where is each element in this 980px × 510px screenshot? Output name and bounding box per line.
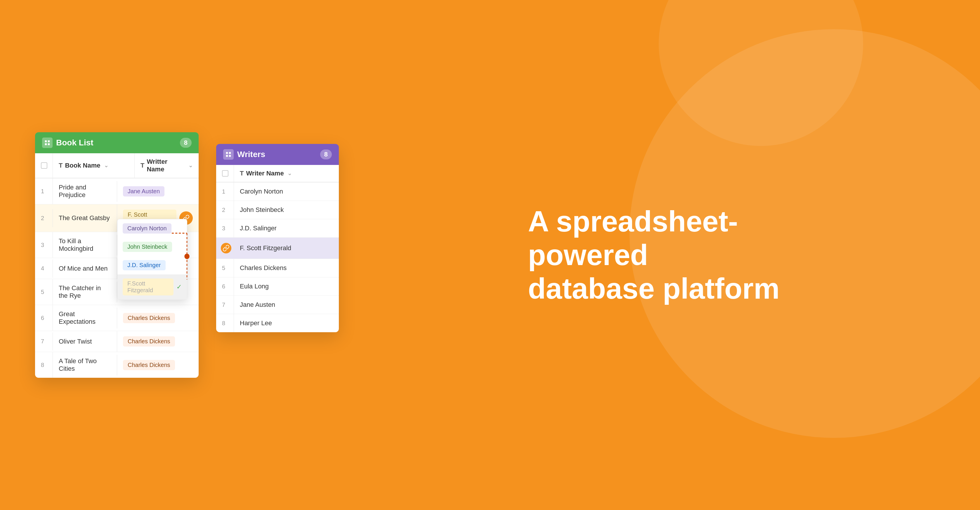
col-writer-name: T Writter Name ⌄ <box>134 153 199 178</box>
cell-book: Of Mice and Men <box>52 259 117 278</box>
selected-check-icon: ✓ <box>177 283 182 291</box>
writer-name-sort-icon[interactable]: ⌄ <box>188 162 193 169</box>
dropdown-item-salinger[interactable]: J.D. Salinger <box>118 256 187 275</box>
svg-rect-5 <box>229 152 231 154</box>
table-row: 7 Oliver Twist Charles Dickens <box>35 331 199 352</box>
row-num: 8 <box>35 356 52 374</box>
writer-name-label: Writter Name <box>146 158 185 173</box>
dropdown-item-carolyn[interactable]: Carolyn Norton <box>118 219 187 238</box>
writers-cell-fitzgerald: F. Scott Fitzgerald <box>234 239 339 257</box>
book-name-t-icon: T <box>59 162 62 169</box>
svg-rect-1 <box>48 140 50 142</box>
writers-row-num <box>216 238 234 259</box>
writer-col-sort-icon[interactable]: ⌄ <box>288 170 292 176</box>
row-num: 3 <box>35 237 52 254</box>
dropdown-tag: Carolyn Norton <box>123 223 172 234</box>
dropdown-tag: John Steinbeck <box>123 242 172 252</box>
writers-check-all[interactable] <box>216 165 234 182</box>
svg-rect-7 <box>229 155 231 157</box>
writers-checkbox-all[interactable] <box>222 170 228 176</box>
writer-col-label: Writer Name <box>246 170 284 177</box>
writer-dropdown: Carolyn Norton John Steinbeck J.D. Salin… <box>117 219 187 300</box>
writers-cell: Jane Austen <box>234 296 339 314</box>
table-row: 1 Pride and Prejudice Jane Austen <box>35 178 199 204</box>
writers-cell: Charles Dickens <box>234 259 339 277</box>
book-list-check-all[interactable] <box>35 153 52 178</box>
cell-book: A Tale of Two Cities <box>52 352 117 378</box>
writers-col-headers: T Writer Name ⌄ <box>216 165 339 183</box>
book-list-title: Book List <box>56 138 177 148</box>
writers-table-row: 5 Charles Dickens <box>216 259 339 277</box>
cell-book: Pride and Prejudice <box>52 178 117 204</box>
cell-book: To Kill a Mockingbird <box>52 232 117 258</box>
writers-table-row: 2 John Steinbeck <box>216 201 339 219</box>
row-num: 1 <box>35 183 52 200</box>
writer-tag: Jane Austen <box>123 186 164 197</box>
table-row: 8 A Tale of Two Cities Charles Dickens <box>35 352 199 378</box>
writers-count: 8 <box>320 149 332 159</box>
hero-line2: database platform <box>528 272 780 305</box>
table-row: 6 Great Expectations Charles Dickens <box>35 305 199 331</box>
writers-row-num: 2 <box>216 202 234 219</box>
dropdown-item-fitzgerald[interactable]: F.Scott Fitzgerald ✓ <box>118 275 187 300</box>
writers-link-icon[interactable] <box>221 243 231 253</box>
writers-cell: J.D. Salinger <box>234 219 339 237</box>
book-list-count: 8 <box>180 138 192 148</box>
writers-grid-icon <box>223 149 234 160</box>
row-num: 6 <box>35 310 52 327</box>
writers-table-row: 6 Eula Long <box>216 277 339 296</box>
hero-line1: A spreadsheet-powered <box>528 205 738 271</box>
main-container: Book List 8 T Book Name ⌄ <box>0 0 980 510</box>
writer-tag: Charles Dickens <box>123 360 175 370</box>
writers-card: Writers 8 T Writer Name ⌄ <box>216 144 339 332</box>
hero-text: A spreadsheet-powered database platform <box>528 205 791 305</box>
writers-cell: Carolyn Norton <box>234 183 339 200</box>
col-writer-name-header: T Writer Name ⌄ <box>234 165 339 182</box>
cell-book: Great Expectations <box>52 305 117 331</box>
writer-name-t-icon: T <box>140 162 144 169</box>
dropdown-item-steinbeck[interactable]: John Steinbeck <box>118 238 187 256</box>
left-section: Book List 8 T Book Name ⌄ <box>35 132 339 378</box>
cell-book: Oliver Twist <box>52 332 117 351</box>
svg-rect-2 <box>45 143 47 145</box>
writers-table-row: 3 J.D. Salinger <box>216 219 339 238</box>
writers-title: Writers <box>237 150 317 159</box>
col-book-name: T Book Name ⌄ <box>52 153 134 178</box>
writers-row-num: 5 <box>216 259 234 277</box>
book-list-header: Book List 8 <box>35 132 199 153</box>
writer-tag: Charles Dickens <box>123 336 175 346</box>
row-num: 2 <box>35 210 52 227</box>
cell-writer: Charles Dickens <box>117 355 199 375</box>
cell-book: The Great Gatsby <box>52 209 117 227</box>
hero-heading: A spreadsheet-powered database platform <box>528 205 791 305</box>
svg-rect-0 <box>45 140 47 142</box>
row-num: 5 <box>35 283 52 301</box>
writers-table-row: 1 Carolyn Norton <box>216 183 339 201</box>
writers-table-row: 8 Harper Lee <box>216 314 339 332</box>
dropdown-tag: F.Scott Fitzgerald <box>123 278 173 296</box>
writers-row-num: 8 <box>216 315 234 332</box>
writer-col-t-icon: T <box>240 170 243 177</box>
writers-table-row-highlighted: F. Scott Fitzgerald <box>216 238 339 259</box>
right-section: A spreadsheet-powered database platform <box>339 205 945 305</box>
book-name-sort-icon[interactable]: ⌄ <box>104 162 108 169</box>
book-list-content: T Book Name ⌄ T Writter Name ⌄ 1 <box>35 153 199 378</box>
writers-cell: Eula Long <box>234 277 339 296</box>
writers-row-num: 6 <box>216 278 234 295</box>
writer-tag: Charles Dickens <box>123 313 175 323</box>
writers-header: Writers 8 <box>216 144 339 165</box>
writers-row-num: 3 <box>216 220 234 237</box>
cell-writer-gatsby: F. Scott Fitzgerald Carolyn Norto <box>117 204 199 232</box>
cell-writer: Charles Dickens <box>117 308 199 329</box>
writers-content: T Writer Name ⌄ 1 Carolyn Norton 2 John … <box>216 165 339 332</box>
writers-row-num: 7 <box>216 296 234 313</box>
svg-rect-3 <box>48 143 50 145</box>
checkbox-all[interactable] <box>41 162 47 169</box>
book-list-card: Book List 8 T Book Name ⌄ <box>35 132 199 378</box>
writers-table-row: 7 Jane Austen <box>216 296 339 314</box>
cell-book: The Catcher in the Rye <box>52 279 117 305</box>
svg-rect-4 <box>226 152 228 154</box>
table-row-gatsby: 2 The Great Gatsby F. Scott Fitzgerald <box>35 204 199 232</box>
writers-row-num: 1 <box>216 183 234 200</box>
tables-wrapper: Book List 8 T Book Name ⌄ <box>35 132 339 378</box>
